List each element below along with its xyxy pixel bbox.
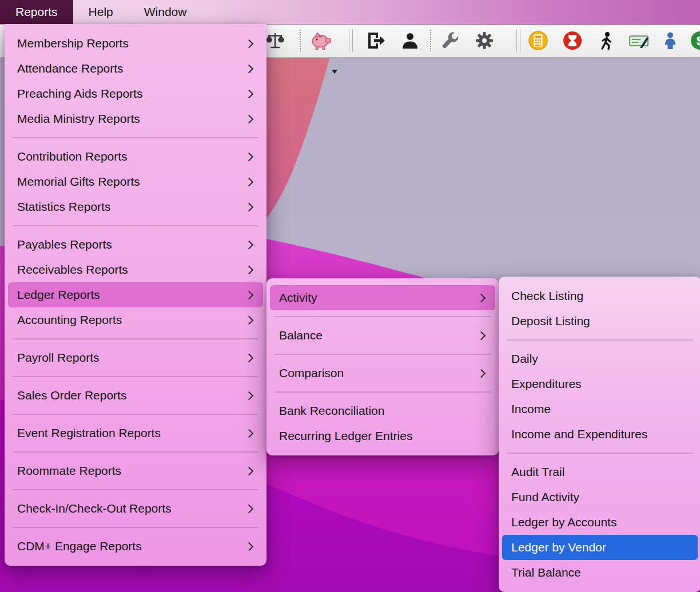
menu-item-ledger-by-vendor[interactable]: Ledger by Vendor [502, 535, 698, 560]
scales-icon[interactable] [265, 31, 285, 50]
menu-item-income[interactable]: Income [502, 397, 698, 422]
menu-item-label: Bank Reconciliation [279, 404, 384, 418]
submenu-chevron-icon [245, 542, 254, 551]
menu-item-preaching-aids-reports[interactable]: Preaching Aids Reports [8, 81, 263, 106]
menu-item-receivables-reports[interactable]: Receivables Reports [8, 257, 263, 282]
menu-separator [13, 527, 258, 528]
menu-item-label: Activity [279, 291, 317, 305]
menu-item-trial-balance[interactable]: Trial Balance [502, 560, 698, 585]
menu-item-audit-trail[interactable]: Audit Trail [502, 459, 698, 485]
walking-person-icon[interactable] [596, 31, 616, 50]
menu-separator [13, 137, 258, 138]
menu-separator [13, 225, 258, 226]
menu-separator [275, 354, 491, 355]
menu-item-label: Trial Balance [511, 566, 581, 579]
submenu-chevron-icon [245, 202, 254, 211]
menu-separator [507, 339, 693, 341]
wrench-icon[interactable] [440, 31, 460, 50]
submenu-chevron-icon [245, 64, 254, 73]
submenu-chevron-icon [245, 240, 254, 249]
menu-item-ledger-reports[interactable]: Ledger Reports [8, 282, 263, 307]
submenu-chevron-icon [245, 177, 254, 186]
submenu-chevron-icon [245, 315, 254, 325]
menubar-item-reports[interactable]: Reports [0, 0, 73, 24]
menu-item-label: Balance [279, 329, 323, 342]
menu-item-statistics-reports[interactable]: Statistics Reports [8, 194, 263, 219]
menu-item-recurring-ledger-entries[interactable]: Recurring Ledger Entries [270, 423, 495, 449]
menu-item-bank-reconciliation[interactable]: Bank Reconciliation [270, 398, 495, 423]
submenu-chevron-icon [245, 353, 254, 362]
menu-item-daily[interactable]: Daily [502, 346, 698, 371]
menu-item-ledger-by-accounts[interactable]: Ledger by Accounts [502, 510, 698, 535]
submenu-chevron-icon [245, 290, 254, 299]
menubar-item-label: Window [144, 5, 187, 19]
exit-door-icon[interactable] [366, 31, 385, 50]
menu-item-label: Fund Activity [511, 490, 579, 504]
menu-item-label: Statistics Reports [17, 200, 110, 214]
svg-text:$: $ [697, 34, 700, 48]
check-writing-icon[interactable] [628, 30, 650, 51]
submenu-chevron-icon [245, 89, 254, 98]
submenu-chevron-icon [245, 152, 254, 161]
submenu-chevron-icon [245, 429, 254, 438]
menu-item-label: Roommate Reports [17, 464, 121, 478]
menu-item-label: Deposit Listing [511, 314, 590, 328]
menu-item-event-registration-reports[interactable]: Event Registration Reports [8, 421, 263, 446]
menu-item-deposit-listing[interactable]: Deposit Listing [502, 309, 698, 334]
menu-separator [275, 316, 491, 317]
menu-separator [13, 451, 258, 453]
submenu-chevron-icon [245, 391, 254, 400]
menu-separator [507, 453, 693, 454]
submenu-chevron-icon [245, 114, 254, 123]
ledger-reports-submenu: ActivityBalanceComparisonBank Reconcilia… [267, 278, 499, 455]
menu-item-sales-order-reports[interactable]: Sales Order Reports [8, 383, 263, 408]
menu-item-contribution-reports[interactable]: Contribution Reports [8, 144, 263, 169]
person-blue-icon[interactable] [661, 31, 680, 50]
menu-item-label: Accounting Reports [17, 313, 122, 327]
menu-item-label: Ledger by Accounts [511, 515, 617, 529]
menu-item-income-and-expenditures[interactable]: Income and Expenditures [502, 422, 698, 447]
menu-item-balance[interactable]: Balance [270, 323, 495, 348]
menubar-item-label: Reports [15, 5, 58, 19]
menu-item-label: Event Registration Reports [17, 426, 161, 440]
menu-item-label: Recurring Ledger Entries [279, 429, 412, 443]
person-badge-icon[interactable] [400, 31, 420, 50]
menubar-item-label: Help [89, 5, 113, 19]
menu-item-cdm-engage-reports[interactable]: CDM+ Engage Reports [8, 534, 263, 559]
menu-item-payroll-reports[interactable]: Payroll Reports [8, 345, 263, 370]
menu-item-accounting-reports[interactable]: Accounting Reports [8, 307, 263, 333]
menu-item-label: Expenditures [511, 377, 582, 391]
toolbar-group-separator [516, 29, 520, 52]
menu-item-label: Income and Expenditures [511, 427, 647, 441]
menu-item-memorial-gifts-reports[interactable]: Memorial Gifts Reports [8, 169, 263, 194]
menu-item-label: Payroll Reports [17, 351, 100, 365]
menubar-item-help[interactable]: Help [73, 0, 129, 24]
menu-item-activity[interactable]: Activity [270, 285, 495, 310]
gear-icon[interactable] [474, 30, 495, 51]
hourglass-icon[interactable] [562, 30, 583, 51]
menu-item-roommate-reports[interactable]: Roommate Reports [8, 458, 263, 483]
menu-item-attendance-reports[interactable]: Attendance Reports [8, 56, 263, 81]
menu-item-label: Check-In/Check-Out Reports [17, 502, 172, 515]
menu-item-label: Media Ministry Reports [17, 112, 140, 126]
piggy-dropdown-arrow-icon[interactable] [332, 70, 337, 74]
reports-menu: Membership ReportsAttendance ReportsPrea… [5, 24, 267, 566]
menu-item-expenditures[interactable]: Expenditures [502, 371, 698, 397]
menubar-item-window[interactable]: Window [129, 0, 202, 24]
menubar: Reports Help Window [0, 0, 700, 25]
menu-item-fund-activity[interactable]: Fund Activity [502, 485, 698, 510]
menu-item-membership-reports[interactable]: Membership Reports [8, 31, 263, 56]
menu-item-label: Preaching Aids Reports [17, 87, 142, 101]
menu-item-check-listing[interactable]: Check Listing [502, 283, 698, 309]
menu-item-media-ministry-reports[interactable]: Media Ministry Reports [8, 106, 263, 131]
menu-item-label: Ledger Reports [17, 288, 100, 302]
menu-item-label: CDM+ Engage Reports [17, 539, 142, 553]
dollar-icon[interactable]: $ [689, 30, 700, 51]
toolbar-separator [300, 30, 301, 51]
menu-item-comparison[interactable]: Comparison [270, 361, 495, 386]
calculator-icon[interactable] [527, 30, 549, 51]
piggy-bank-icon[interactable] [309, 29, 333, 52]
submenu-chevron-icon [477, 369, 486, 378]
menu-item-payables-reports[interactable]: Payables Reports [8, 232, 263, 257]
menu-item-check-in-check-out-reports[interactable]: Check-In/Check-Out Reports [8, 496, 263, 521]
